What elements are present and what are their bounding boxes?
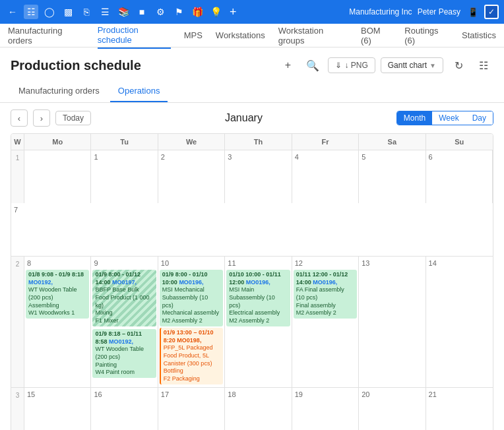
day-wed-w1[interactable]: 2 (158, 150, 225, 203)
day-sun2-w1[interactable]: 7 (11, 203, 24, 256)
top-bar: ← ☷ ◯ ▩ ⎘ ☰ 📚 ■ ⚙ ⚑ 🎁 💡 + Manufacturing … (0, 0, 504, 24)
nav-production-schedule[interactable]: Production schedule (98, 22, 171, 49)
day-thu-w1[interactable]: 3 (225, 150, 292, 203)
page-actions: + 🔍 ⇓ ↓ PNG Gantt chart ▼ ↻ ☷ (278, 55, 493, 75)
search-button[interactable]: 🔍 (303, 55, 323, 75)
gear-icon[interactable]: ⚙ (153, 5, 168, 19)
event-mo0192-painting[interactable]: 01/9 8:18 – 01/11 8:58 MO0192, WT Wooden… (92, 329, 156, 378)
week-num-3: 3 (11, 388, 24, 430)
day-view-button[interactable]: Day (466, 111, 493, 125)
add-app-button[interactable]: + (230, 5, 237, 19)
page-header: Production schedule + 🔍 ⇓ ↓ PNG Gantt ch… (0, 47, 504, 80)
tue-header: Tu (91, 134, 158, 150)
nav-workstations[interactable]: Workstations (216, 28, 265, 43)
download-icon: ⇓ (335, 61, 342, 70)
day-thu-w3[interactable]: 18 (225, 388, 292, 430)
event-mo0197-mixing[interactable]: 01/9 8:00 - 01/12 14:00 MO0197, BBFP Bas… (92, 270, 156, 326)
nav-manufacturing-orders[interactable]: Manufacturing orders (8, 23, 84, 48)
png-label: ↓ PNG (344, 61, 367, 70)
nav-workstation-groups[interactable]: Workstation groups (278, 23, 348, 48)
event-mo0196-mech[interactable]: 01/9 8:00 - 01/10 10:00 MO0196, MSI Mech… (160, 270, 223, 326)
week-row-3: 3 15 16 17 18 19 20 21 (11, 388, 493, 430)
company-name: Manufacturing Inc (349, 7, 412, 16)
event-mo0196-electrical[interactable]: 01/10 10:00 - 01/11 12:00 MO0196, MSI Ma… (226, 270, 290, 326)
sun-header: Su (426, 134, 493, 150)
second-nav: Manufacturing orders Production schedule… (0, 24, 504, 47)
thu-header: Th (225, 134, 292, 150)
top-bar-icons: ← ☷ ◯ ▩ ⎘ ☰ 📚 ■ ⚙ ⚑ 🎁 💡 + (5, 5, 349, 19)
month-view-button[interactable]: Month (397, 111, 432, 125)
day-thu-w2[interactable]: 11 01/10 10:00 - 01/11 12:00 MO0196, MSI… (225, 257, 292, 387)
calendar-month-title: January (96, 112, 391, 124)
mon-header: Mo (24, 134, 91, 150)
bulb-icon[interactable]: 💡 (208, 5, 223, 19)
task-icon[interactable]: ✓ (484, 5, 499, 19)
nav-routings[interactable]: Routings (6) (404, 23, 449, 48)
week-header: W (11, 134, 24, 150)
day-fri-w1[interactable]: 4 (292, 150, 359, 203)
calendar-grid: W Mo Tu We Th Fr Sa Su 1 1 2 3 4 5 6 7 2… (11, 133, 493, 430)
calendar-controls: ‹ › Today January Month Week Day (0, 103, 504, 133)
chevron-down-icon: ▼ (429, 62, 436, 69)
event-mo0198-bottling[interactable]: 01/9 13:00 – 01/10 8:20 MO0198, PFP_5L P… (160, 328, 223, 384)
day-fri-w3[interactable]: 19 (292, 388, 359, 430)
tab-manufacturing-orders[interactable]: Manufacturing orders (11, 80, 108, 102)
nav-mps[interactable]: MPS (184, 28, 203, 43)
day-sun-w2[interactable]: 14 (426, 257, 493, 387)
day-wed-w3[interactable]: 17 (158, 388, 225, 430)
png-button[interactable]: ⇓ ↓ PNG (328, 57, 375, 73)
day-sat-w1[interactable]: 5 (359, 150, 425, 203)
day-wed-w2[interactable]: 10 01/9 8:00 - 01/10 10:00 MO0196, MSI M… (158, 257, 225, 387)
nav-statistics[interactable]: Statistics (462, 28, 496, 43)
nav-bom[interactable]: BOM (6) (361, 23, 391, 48)
add-button[interactable]: + (278, 55, 298, 75)
today-button[interactable]: Today (55, 111, 91, 125)
circle-icon[interactable]: ◯ (42, 5, 57, 19)
sat-header: Sa (359, 134, 425, 150)
day-mon-w2[interactable]: 8 01/8 9:08 - 01/9 8:18 MO0192, WT Woode… (24, 257, 91, 387)
week-row-2: 2 8 01/8 9:08 - 01/9 8:18 MO0192, WT Woo… (11, 257, 493, 388)
keyboard-icon[interactable]: ⎘ (79, 5, 94, 19)
tabs: Manufacturing orders Operations (0, 80, 504, 103)
view-toggle: Month Week Day (396, 111, 493, 125)
day-mon-w1[interactable] (24, 150, 91, 203)
event-mo0196-final[interactable]: 01/11 12:00 - 01/12 14:00 MO0196, FA Fin… (294, 270, 357, 319)
wed-header: We (158, 134, 225, 150)
day-sun-w3[interactable]: 21 (426, 388, 493, 430)
day-sat-w2[interactable]: 13 (359, 257, 425, 387)
tab-operations[interactable]: Operations (110, 80, 168, 102)
day-tue-w3[interactable]: 16 (91, 388, 158, 430)
calendar-container: W Mo Tu We Th Fr Sa Su 1 1 2 3 4 5 6 7 2… (0, 133, 504, 430)
user-name: Peter Peasy (418, 7, 460, 16)
view-button[interactable]: ☷ (474, 55, 493, 75)
day-mon-w3[interactable]: 15 (24, 388, 91, 430)
week-view-button[interactable]: Week (432, 111, 465, 125)
page-title: Production schedule (11, 58, 141, 73)
fri-header: Fr (292, 134, 359, 150)
event-mo0192-assembling[interactable]: 01/8 9:08 - 01/9 8:18 MO0192, WT Wooden … (26, 270, 89, 319)
gantt-label: Gantt chart (388, 61, 427, 70)
calendar-header: W Mo Tu We Th Fr Sa Su (11, 134, 493, 150)
week-row-1: 1 1 2 3 4 5 6 7 (11, 150, 493, 257)
box-icon[interactable]: ■ (135, 5, 149, 19)
grid-icon[interactable]: ☷ (24, 5, 38, 19)
flag-icon[interactable]: ⚑ (172, 5, 186, 19)
day-tue-w1[interactable]: 1 (91, 150, 158, 203)
week-num-1: 1 (11, 150, 24, 203)
device-icon[interactable]: 📱 (466, 5, 480, 19)
list-icon[interactable]: ☰ (98, 5, 112, 19)
back-icon[interactable]: ← (5, 5, 20, 19)
day-sun-w1[interactable]: 6 (426, 150, 493, 203)
prev-month-button[interactable]: ‹ (11, 109, 28, 127)
refresh-button[interactable]: ↻ (449, 55, 468, 75)
bar-chart-icon[interactable]: ▩ (61, 5, 75, 19)
week-num-2: 2 (11, 257, 24, 387)
day-sat-w3[interactable]: 20 (359, 388, 425, 430)
gantt-button[interactable]: Gantt chart ▼ (381, 57, 443, 73)
day-fri-w2[interactable]: 12 01/11 12:00 - 01/12 14:00 MO0196, FA … (292, 257, 359, 387)
gift-icon[interactable]: 🎁 (190, 5, 205, 19)
next-month-button[interactable]: › (33, 109, 50, 127)
top-bar-right: 📱 ✓ (466, 5, 499, 19)
day-tue-w2[interactable]: 9 01/9 8:00 - 01/12 14:00 MO0197, BBFP B… (91, 257, 158, 387)
book-icon[interactable]: 📚 (116, 5, 131, 19)
